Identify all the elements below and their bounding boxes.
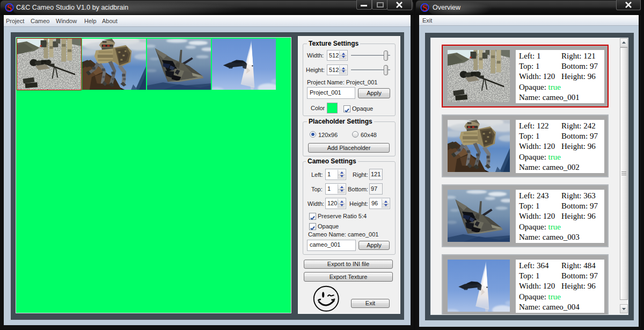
svg-text:S: S <box>422 3 427 12</box>
svg-text:S: S <box>7 3 12 12</box>
